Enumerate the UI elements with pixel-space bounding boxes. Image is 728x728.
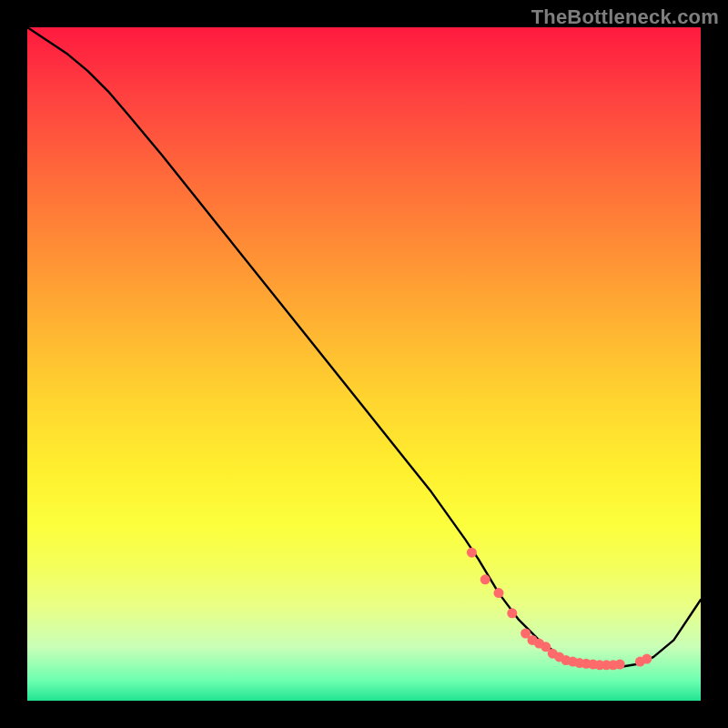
marker-group [467, 548, 652, 671]
marker-dot [615, 660, 625, 670]
marker-dot [642, 654, 652, 664]
chart-svg [27, 27, 701, 701]
plot-area [27, 27, 701, 701]
curve-path [27, 27, 701, 667]
marker-dot [480, 574, 490, 584]
chart-frame: TheBottleneck.com [0, 0, 728, 728]
marker-dot [494, 588, 504, 598]
marker-dot [467, 548, 477, 558]
watermark-label: TheBottleneck.com [531, 5, 719, 29]
marker-dot [507, 608, 517, 618]
